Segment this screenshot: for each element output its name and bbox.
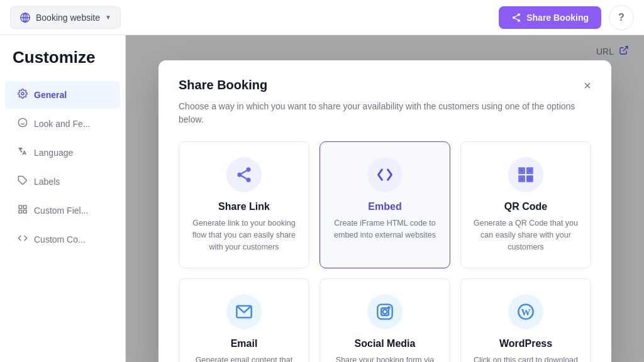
wordpress-card[interactable]: W WordPress Click on this card to downlo… bbox=[460, 278, 591, 362]
qr-code-desc: Generate a QR Code that you can easily s… bbox=[471, 217, 580, 253]
social-media-card[interactable]: Social Media Share your booking form via… bbox=[319, 278, 450, 362]
qr-code-title: QR Code bbox=[471, 201, 580, 212]
svg-rect-15 bbox=[23, 206, 26, 209]
wordpress-icon: W bbox=[517, 303, 535, 321]
svg-rect-17 bbox=[19, 210, 22, 213]
sidebar-item-general[interactable]: General bbox=[5, 81, 120, 109]
modal-close-button[interactable]: × bbox=[584, 79, 591, 92]
svg-rect-30 bbox=[527, 176, 530, 178]
sidebar-item-language[interactable]: Language bbox=[5, 139, 120, 167]
share-booking-label: Share Booking bbox=[526, 13, 589, 23]
modal-overlay: Share Booking × Choose a way in which yo… bbox=[126, 35, 644, 362]
social-media-title: Social Media bbox=[330, 338, 440, 349]
sidebar-item-label: Language bbox=[34, 148, 73, 158]
modal-subtitle: Choose a way in which you want to share … bbox=[179, 100, 591, 126]
svg-rect-29 bbox=[521, 178, 523, 180]
navbar: Booking website ▼ Share Booking ? bbox=[0, 0, 644, 35]
qr-code-card[interactable]: QR Code Generate a QR Code that you can … bbox=[460, 141, 591, 268]
svg-point-4 bbox=[518, 13, 520, 16]
palette-icon bbox=[18, 118, 28, 130]
modal-title: Share Booking bbox=[179, 78, 267, 92]
svg-rect-33 bbox=[530, 179, 533, 182]
labels-icon bbox=[18, 175, 28, 188]
content-area: URL Share Booking × Choose a way in whic… bbox=[126, 35, 644, 362]
wordpress-title: WordPress bbox=[471, 338, 580, 349]
svg-point-20 bbox=[238, 173, 242, 177]
navbar-left: Booking website ▼ bbox=[10, 6, 121, 29]
share-icon bbox=[511, 13, 521, 23]
share-link-icon bbox=[235, 166, 253, 184]
embed-icon bbox=[376, 166, 394, 184]
wordpress-icon-wrap: W bbox=[508, 294, 543, 329]
help-button[interactable]: ? bbox=[609, 5, 634, 30]
svg-line-7 bbox=[515, 18, 518, 20]
svg-line-23 bbox=[242, 171, 247, 174]
sidebar-item-custom-fields[interactable]: Custom Fiel... bbox=[5, 197, 120, 224]
svg-point-38 bbox=[388, 307, 389, 309]
svg-rect-27 bbox=[521, 170, 523, 172]
sidebar-item-custom-code[interactable]: Custom Co... bbox=[5, 226, 120, 253]
svg-rect-28 bbox=[529, 170, 531, 172]
sidebar-panel: General Look and Fe... bbox=[0, 80, 125, 255]
sidebar-item-label: Labels bbox=[34, 177, 60, 187]
modal-header: Share Booking × bbox=[179, 78, 591, 92]
svg-point-19 bbox=[247, 167, 251, 172]
svg-rect-32 bbox=[527, 179, 530, 182]
sidebar-item-label: Custom Fiel... bbox=[34, 206, 88, 216]
email-title: Email bbox=[189, 338, 299, 349]
page-title: Customize bbox=[0, 48, 125, 80]
qr-code-icon-wrap bbox=[508, 157, 543, 192]
share-link-title: Share Link bbox=[189, 201, 299, 212]
main-area: Customize General bbox=[0, 35, 644, 362]
custom-fields-icon bbox=[18, 204, 28, 217]
embed-title: Embed bbox=[330, 201, 440, 212]
svg-point-6 bbox=[518, 19, 520, 21]
share-link-desc: Generate link to your booking flow that … bbox=[189, 217, 299, 253]
svg-point-21 bbox=[247, 178, 251, 182]
svg-point-37 bbox=[383, 310, 387, 314]
svg-rect-31 bbox=[530, 176, 533, 178]
social-media-desc: Share your booking form via Social Media… bbox=[330, 354, 440, 362]
chevron-down-icon: ▼ bbox=[105, 14, 111, 21]
svg-rect-14 bbox=[19, 206, 22, 209]
booking-website-label: Booking website bbox=[36, 13, 100, 23]
svg-line-22 bbox=[242, 176, 247, 179]
svg-rect-16 bbox=[23, 210, 26, 213]
email-desc: Generate email content that you can easi… bbox=[189, 354, 299, 362]
svg-rect-35 bbox=[377, 305, 392, 319]
embed-card[interactable]: Embed Create iFrame HTML code to embed i… bbox=[319, 141, 450, 268]
language-icon bbox=[18, 146, 28, 159]
wordpress-desc: Click on this card to download Trafft Wo… bbox=[471, 354, 580, 362]
share-link-icon-wrap bbox=[226, 157, 262, 192]
email-card[interactable]: Email Generate email content that you ca… bbox=[179, 278, 309, 362]
social-media-icon bbox=[376, 303, 394, 321]
svg-point-9 bbox=[21, 92, 24, 95]
qr-code-icon bbox=[517, 166, 535, 184]
svg-point-5 bbox=[513, 16, 515, 19]
sidebar-item-labels[interactable]: Labels bbox=[5, 168, 120, 195]
embed-desc: Create iFrame HTML code to embed into ex… bbox=[330, 217, 440, 241]
share-link-card[interactable]: Share Link Generate link to your booking… bbox=[179, 141, 309, 268]
code-icon bbox=[18, 233, 28, 246]
cards-grid: Share Link Generate link to your booking… bbox=[179, 141, 591, 362]
share-booking-button[interactable]: Share Booking bbox=[499, 6, 601, 29]
embed-icon-wrap bbox=[367, 157, 402, 192]
social-media-icon-wrap bbox=[367, 294, 402, 329]
sidebar-item-label: Look and Fe... bbox=[34, 119, 91, 129]
sidebar-item-label: General bbox=[34, 90, 67, 100]
email-icon-wrap bbox=[226, 294, 262, 329]
email-icon bbox=[235, 303, 253, 321]
svg-line-8 bbox=[515, 15, 518, 17]
svg-text:W: W bbox=[521, 307, 530, 317]
globe-icon bbox=[19, 12, 31, 23]
booking-website-button[interactable]: Booking website ▼ bbox=[10, 6, 121, 29]
sidebar: Customize General bbox=[0, 35, 126, 362]
share-booking-modal: Share Booking × Choose a way in which yo… bbox=[158, 60, 611, 362]
sidebar-item-label: Custom Co... bbox=[34, 234, 86, 244]
sidebar-item-look-feel[interactable]: Look and Fe... bbox=[5, 110, 120, 138]
help-label: ? bbox=[618, 12, 625, 23]
navbar-right: Share Booking ? bbox=[499, 5, 634, 30]
settings-icon bbox=[18, 89, 28, 101]
svg-point-10 bbox=[18, 118, 26, 126]
